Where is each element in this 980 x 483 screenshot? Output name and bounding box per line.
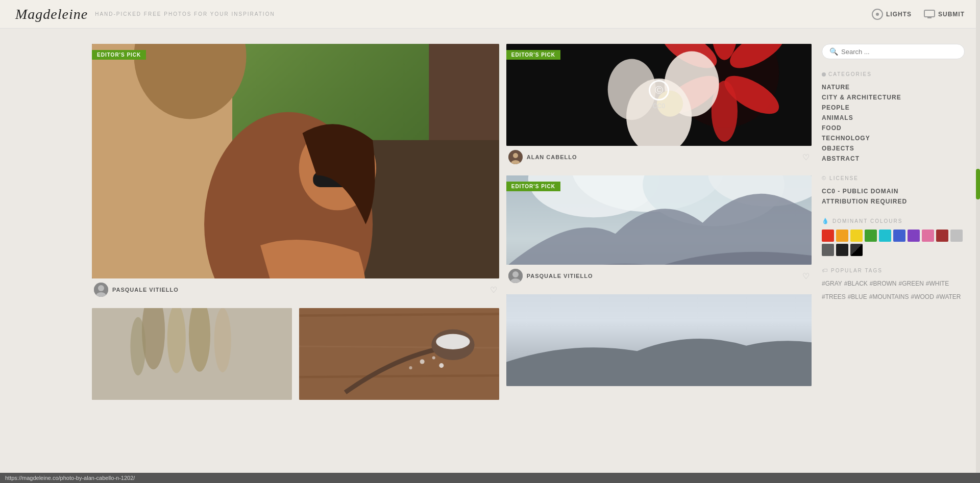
tag-mountains[interactable]: #MOUNTAINS bbox=[869, 292, 909, 303]
category-technology[interactable]: TECHNOLOGY bbox=[822, 133, 965, 143]
swatch-green[interactable] bbox=[865, 230, 877, 242]
like-button-cloud[interactable]: ♡ bbox=[802, 271, 810, 281]
tag-wood[interactable]: #WOOD bbox=[911, 292, 934, 303]
photo-image-leaves bbox=[92, 308, 292, 400]
tags-title: 🏷 POPULAR TAGS bbox=[822, 267, 965, 273]
categories-dot-icon bbox=[822, 72, 826, 77]
header: Magdeleine HAND-PICKED FREE PHOTOS FOR Y… bbox=[0, 0, 980, 29]
tag-brown[interactable]: #BROWN bbox=[870, 278, 897, 290]
tag-gray[interactable]: #GRAY bbox=[822, 278, 842, 290]
tag-blue[interactable]: #BLUE bbox=[848, 292, 867, 303]
categories-list: NATURE CITY & ARCHITECTURE PEOPLE ANIMAL… bbox=[822, 82, 965, 164]
category-people[interactable]: PEOPLE bbox=[822, 103, 965, 113]
cc0-label: CC0 bbox=[653, 103, 665, 110]
tag-black[interactable]: #BLACK bbox=[844, 278, 868, 290]
like-button-flower[interactable]: ♡ bbox=[802, 152, 810, 162]
colours-title: 💧 DOMINANT COLOURS bbox=[822, 218, 965, 224]
category-objects[interactable]: OBJECTS bbox=[822, 143, 965, 154]
svg-point-18 bbox=[214, 308, 231, 372]
photo-column-2: EDITOR'S PICK Ⓒ CC0 AL bbox=[506, 44, 812, 400]
cc0-overlay: Ⓒ CC0 bbox=[649, 80, 669, 110]
svg-point-53 bbox=[512, 271, 519, 277]
license-icon: © bbox=[822, 175, 827, 181]
license-title: © LICENSE bbox=[822, 175, 965, 181]
svg-point-0 bbox=[876, 13, 879, 16]
avatar-vitiello-2 bbox=[508, 269, 523, 283]
search-input[interactable] bbox=[841, 48, 957, 56]
editor-pick-badge-cloud: EDITOR'S PICK bbox=[506, 182, 560, 191]
site-tagline: HAND-PICKED FREE PHOTOS FOR YOUR INSPIRA… bbox=[95, 11, 275, 17]
site-logo[interactable]: Magdeleine bbox=[15, 6, 88, 22]
svg-point-26 bbox=[436, 334, 470, 349]
lights-label: LIGHTS bbox=[886, 11, 912, 18]
license-cc0[interactable]: CC0 - PUBLIC DOMAIN bbox=[822, 186, 965, 196]
photo-footer-cloud: PASQUALE VITIELLO ♡ bbox=[506, 265, 812, 287]
svg-point-12 bbox=[98, 285, 104, 291]
swatch-light-gray[interactable] bbox=[950, 230, 963, 242]
search-box[interactable]: 🔍 bbox=[822, 44, 965, 59]
avatar-cabello bbox=[508, 150, 523, 164]
header-actions: LIGHTS SUBMIT bbox=[872, 9, 965, 20]
photo-image-flower: EDITOR'S PICK Ⓒ CC0 bbox=[506, 44, 812, 146]
license-list: CC0 - PUBLIC DOMAIN ATTRIBUTION REQUIRED bbox=[822, 186, 965, 207]
like-button-main[interactable]: ♡ bbox=[490, 285, 497, 295]
swatch-blue[interactable] bbox=[893, 230, 905, 242]
tag-trees[interactable]: #TREES bbox=[822, 292, 846, 303]
photo-card-main[interactable]: EDITOR'S PICK PASQUALE VITIELLO ♡ bbox=[92, 44, 499, 301]
tag-water[interactable]: #WATER bbox=[936, 292, 961, 303]
editor-pick-badge-flower: EDITOR'S PICK bbox=[506, 50, 560, 60]
lights-icon bbox=[872, 9, 883, 20]
photo-card-leaves[interactable] bbox=[92, 308, 292, 400]
main-content: EDITOR'S PICK PASQUALE VITIELLO ♡ bbox=[0, 29, 980, 400]
category-nature[interactable]: NATURE bbox=[822, 82, 965, 92]
photo-card-spoon[interactable] bbox=[299, 308, 499, 400]
swatch-orange[interactable] bbox=[836, 230, 848, 242]
cc0-icon: Ⓒ bbox=[649, 80, 669, 100]
swatch-purple[interactable] bbox=[908, 230, 920, 242]
submit-button[interactable]: SUBMIT bbox=[924, 10, 965, 19]
photo-footer-main: PASQUALE VITIELLO ♡ bbox=[92, 278, 499, 301]
category-animals[interactable]: ANIMALS bbox=[822, 113, 965, 123]
photo-column-1: EDITOR'S PICK PASQUALE VITIELLO ♡ bbox=[92, 44, 499, 400]
swatch-diagonal[interactable] bbox=[850, 244, 863, 256]
avatar-vitiello-1 bbox=[94, 283, 108, 297]
tag-green[interactable]: #GREEN bbox=[899, 278, 924, 290]
swatch-red[interactable] bbox=[822, 230, 834, 242]
swatch-cyan[interactable] bbox=[879, 230, 891, 242]
sidebar: 🔍 CATEGORIES NATURE CITY & ARCHITECTURE … bbox=[822, 44, 965, 400]
category-city[interactable]: CITY & ARCHITECTURE bbox=[822, 92, 965, 103]
author-cabello: ALAN CABELLO bbox=[527, 154, 802, 160]
swatch-pink[interactable] bbox=[922, 230, 934, 242]
swatch-dark[interactable] bbox=[836, 244, 848, 256]
photo-grid: EDITOR'S PICK PASQUALE VITIELLO ♡ bbox=[92, 44, 812, 400]
svg-point-28 bbox=[432, 357, 435, 360]
photo-card-flower[interactable]: EDITOR'S PICK Ⓒ CC0 AL bbox=[506, 44, 812, 168]
svg-rect-1 bbox=[924, 10, 935, 17]
photo-image-spoon bbox=[299, 308, 499, 400]
license-attribution[interactable]: ATTRIBUTION REQUIRED bbox=[822, 196, 965, 207]
tags-list: #GRAY #BLACK #BROWN #GREEN #WHITE #TREES… bbox=[822, 278, 965, 302]
category-food[interactable]: FOOD bbox=[822, 123, 965, 133]
colours-section: 💧 DOMINANT COLOURS bbox=[822, 218, 965, 256]
lights-button[interactable]: LIGHTS bbox=[872, 9, 912, 20]
license-section: © LICENSE CC0 - PUBLIC DOMAIN ATTRIBUTIO… bbox=[822, 175, 965, 207]
colour-swatches bbox=[822, 230, 965, 256]
category-abstract[interactable]: ABSTRACT bbox=[822, 154, 965, 164]
svg-point-27 bbox=[420, 360, 424, 364]
swatch-gray[interactable] bbox=[822, 244, 834, 256]
photo-card-beach[interactable] bbox=[506, 294, 812, 386]
colours-drop-icon: 💧 bbox=[822, 218, 830, 224]
swatch-yellow[interactable] bbox=[850, 230, 863, 242]
photo-card-cloud[interactable]: EDITOR'S PICK PASQUALE VITIELLO ♡ bbox=[506, 175, 812, 287]
search-icon: 🔍 bbox=[829, 47, 838, 56]
swatch-dark-red[interactable] bbox=[936, 230, 948, 242]
monitor-icon bbox=[924, 10, 935, 19]
svg-point-19 bbox=[130, 317, 145, 376]
submit-label: SUBMIT bbox=[938, 11, 965, 18]
editor-pick-badge-main: EDITOR'S PICK bbox=[92, 50, 146, 60]
svg-rect-6 bbox=[359, 140, 499, 278]
tag-white[interactable]: #WHITE bbox=[926, 278, 949, 290]
svg-point-29 bbox=[439, 363, 444, 368]
photo-footer-flower: ALAN CABELLO ♡ bbox=[506, 146, 812, 168]
scrollbar-thumb[interactable] bbox=[976, 169, 980, 199]
